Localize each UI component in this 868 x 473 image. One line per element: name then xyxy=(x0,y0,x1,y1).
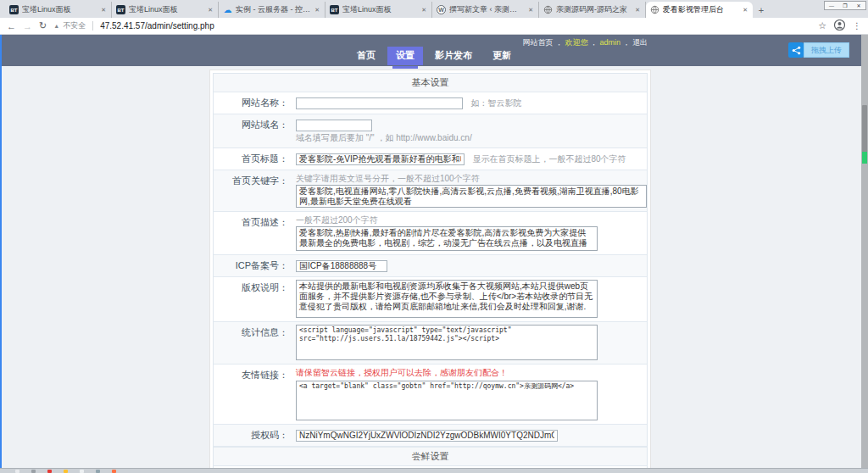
tab-close-icon[interactable]: ✕ xyxy=(527,6,534,14)
upload-widget: 拖拽上传 xyxy=(788,42,849,58)
divider xyxy=(92,21,93,31)
tab-close-icon[interactable]: ✕ xyxy=(420,6,427,14)
site-name-label: 网站名称： xyxy=(214,92,292,114)
cloud-favicon: ☁ xyxy=(223,5,232,14)
row-home-title: 首页标题： 显示在首页标题上，一般不超过80个字符 xyxy=(214,148,647,170)
webpage: 网站首页 ， 欢迎您 ， admin ， 退出 首页 设置 影片发布 更新 拖拽… xyxy=(0,35,868,473)
taskbar-icon[interactable] xyxy=(47,470,52,473)
tab-wordpress[interactable]: W 撰写新文章 ‹ 亲测源码网 — Wo ✕ xyxy=(432,2,539,18)
copyright-label: 版权说明： xyxy=(214,277,292,321)
scrollbar-marker xyxy=(862,152,867,164)
taskbar-icon[interactable] xyxy=(112,470,116,473)
tab-baota-3[interactable]: BT 宝塔Linux面板 ✕ xyxy=(326,2,432,18)
row-auth-code: 授权码： xyxy=(214,425,647,447)
nav-settings-active[interactable]: 设置 xyxy=(387,47,423,65)
forward-icon[interactable]: → xyxy=(23,21,32,31)
description-textarea[interactable]: 爱客影院,热剧快播,最好看的剧情片尽在爱客影院,高清云影视免费为大家提供最新最全… xyxy=(296,226,598,251)
taskbar-icon[interactable] xyxy=(15,470,19,473)
profile-avatar-icon[interactable] xyxy=(834,19,845,34)
home-title-input[interactable] xyxy=(296,153,465,165)
drag-upload-button[interactable]: 拖拽上传 xyxy=(804,42,849,58)
home-title-hint: 显示在首页标题上，一般不超过80个字符 xyxy=(472,153,626,165)
baota-favicon: BT xyxy=(330,5,339,14)
address-bar[interactable]: 47.52.41.57/admin/setting.php xyxy=(100,21,811,31)
keywords-textarea[interactable]: 爱客影院,电视直播网站,零八影院快播,高清云影视,云点播,免费看视频,湖南卫视直… xyxy=(296,185,647,208)
separator: ， xyxy=(553,38,565,47)
row-description: 首页描述： 一般不超过200个字符 爱客影院,热剧快播,最好看的剧情片尽在爱客影… xyxy=(214,212,647,255)
background-window-edge xyxy=(0,35,2,473)
page-scrollbar[interactable] xyxy=(861,35,868,473)
restore-icon[interactable]: ❐ xyxy=(838,2,852,9)
friend-links-textarea[interactable]: <a target="blank" class="gobtn" href="ht… xyxy=(296,381,598,420)
domain-input[interactable] xyxy=(296,120,372,131)
description-hint: 一般不超过200个字符 xyxy=(296,214,643,226)
new-tab-button[interactable]: + xyxy=(753,3,770,18)
tab-admin-active[interactable]: 爱看影视管理后台 ✕ xyxy=(646,2,753,18)
row-friend-links: 友情链接： 请保留智云链接，授权用户可以去除，感谢朋友们配合！ <a targe… xyxy=(214,364,647,425)
scrollbar-thumb[interactable] xyxy=(862,105,867,158)
row-icp: ICP备案号： xyxy=(214,255,647,277)
toolbar-right: ☆ ⋮ xyxy=(818,19,861,34)
site-home-link[interactable]: 网站首页 xyxy=(522,38,553,47)
keywords-hint: 关键字请用英文逗号分开，一般不超过100个字符 xyxy=(296,173,643,185)
taskbar-icon[interactable] xyxy=(80,470,84,473)
copyright-textarea[interactable]: 本站提供的最新电影和电视剧资源均系收集于各大视频网站,本站只提供web页面服务，… xyxy=(296,280,598,318)
tab-close-icon[interactable]: ✕ xyxy=(100,6,107,14)
icp-label: ICP备案号： xyxy=(214,255,292,276)
tab-title: 宝塔Linux面板 xyxy=(22,4,97,15)
globe-favicon xyxy=(650,5,659,14)
nav-update[interactable]: 更新 xyxy=(484,47,520,65)
globe-favicon xyxy=(543,5,553,14)
section-fresh-settings: 尝鲜设置 xyxy=(214,447,647,466)
friend-links-warning: 请保留智云链接，授权用户可以去除，感谢朋友们配合！ xyxy=(296,367,643,379)
minimize-icon[interactable]: — xyxy=(825,2,838,9)
tab-cloud-console[interactable]: ☁ 实例 - 云服务器 - 控制台 ✕ xyxy=(219,2,326,18)
tab-baota-1[interactable]: BT 宝塔Linux面板 ✕ xyxy=(5,2,112,18)
tab-title: 宝塔Linux面板 xyxy=(129,4,203,15)
icp-input[interactable] xyxy=(296,260,387,272)
site-header: 网站首页 ， 欢迎您 ， admin ， 退出 首页 设置 影片发布 更新 拖拽… xyxy=(0,35,868,66)
baota-favicon: BT xyxy=(116,5,125,14)
windows-taskbar xyxy=(0,468,868,473)
row-site-name: 网站名称： 如：智云影院 xyxy=(214,92,647,114)
taskbar-icon[interactable] xyxy=(31,470,36,473)
baota-favicon: BT xyxy=(9,5,19,14)
reload-icon[interactable]: ↻ xyxy=(39,20,47,31)
security-chip[interactable]: ▲ 不安全 xyxy=(53,20,86,31)
tab-source-site[interactable]: 亲测源码网-源码之家 ✕ xyxy=(539,2,646,18)
row-domain: 网站域名： 域名填写最后要加 "/" ，如 http://www.baidu.c… xyxy=(214,114,647,148)
tab-title: 实例 - 云服务器 - 控制台 xyxy=(236,4,310,15)
back-icon[interactable]: ← xyxy=(7,21,16,31)
logout-link[interactable]: 退出 xyxy=(632,38,648,47)
domain-hint: 域名填写最后要加 "/" ，如 http://www.baidu.cn/ xyxy=(296,132,643,144)
settings-table: 基本设置 网站名称： 如：智云影院 网站域名： 域名填写最后要加 "/" ，如 … xyxy=(213,73,648,473)
tab-title: 爱看影视管理后台 xyxy=(663,4,738,15)
close-icon[interactable]: ✕ xyxy=(852,2,865,9)
taskbar-icon[interactable] xyxy=(96,470,100,473)
home-title-label: 首页标题： xyxy=(214,148,292,170)
auth-code-label: 授权码： xyxy=(214,425,292,446)
statistics-textarea[interactable]: <script language="javascript" type="text… xyxy=(296,325,598,360)
tab-close-icon[interactable]: ✕ xyxy=(314,6,320,14)
auth-code-input[interactable] xyxy=(296,430,558,442)
description-label: 首页描述： xyxy=(214,212,292,254)
browser-toolbar: ← → ↻ ▲ 不安全 47.52.41.57/admin/setting.ph… xyxy=(0,18,868,35)
friend-links-label: 友情链接： xyxy=(214,364,292,424)
security-label: 不安全 xyxy=(63,20,86,31)
site-name-input[interactable] xyxy=(296,97,463,109)
bookmark-star-icon[interactable]: ☆ xyxy=(818,20,826,31)
share-upload-icon[interactable] xyxy=(788,42,804,58)
wordpress-favicon: W xyxy=(437,5,446,14)
section-basic-settings: 基本设置 xyxy=(214,74,647,92)
tab-close-icon[interactable]: ✕ xyxy=(634,6,641,14)
tab-title: 亲测源码网-源码之家 xyxy=(556,4,631,15)
main-nav: 首页 设置 影片发布 更新 xyxy=(0,47,868,65)
tab-close-icon[interactable]: ✕ xyxy=(742,6,748,14)
chrome-menu-icon[interactable]: ⋮ xyxy=(853,21,861,31)
row-statistics: 统计信息： <script language="javascript" type… xyxy=(214,322,647,364)
tab-baota-2[interactable]: BT 宝塔Linux面板 ✕ xyxy=(112,2,219,18)
tab-close-icon[interactable]: ✕ xyxy=(207,6,214,14)
taskbar-icon[interactable] xyxy=(64,470,68,473)
nav-home[interactable]: 首页 xyxy=(348,47,384,65)
nav-publish[interactable]: 影片发布 xyxy=(426,47,481,65)
